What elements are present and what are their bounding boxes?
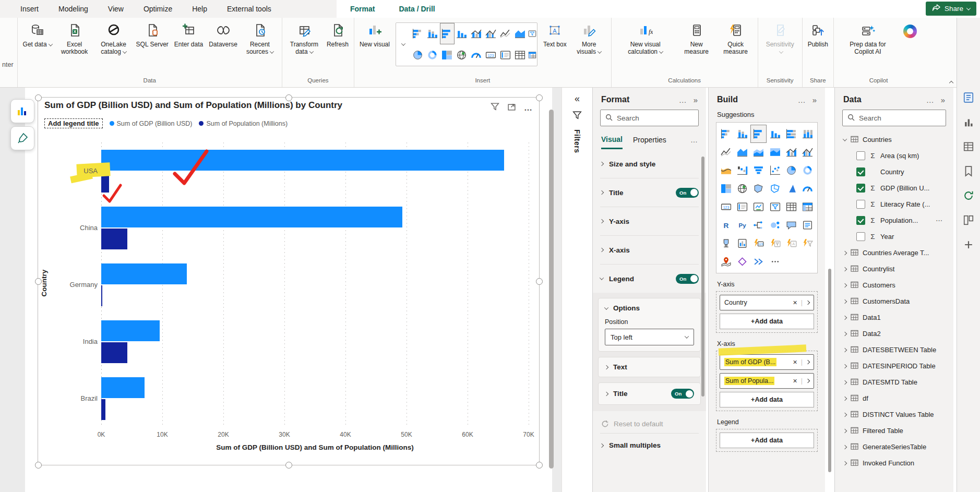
legend-position-dropdown[interactable]: Top left [605,329,694,345]
suggestion-matrix[interactable] [799,198,816,216]
field-row-country[interactable]: Country [842,164,946,180]
tab-data-drill[interactable]: Data / Drill [387,5,447,13]
format-section-small-multiples[interactable]: Small multiples [600,433,699,449]
suggestion-lightning-text[interactable]: A [783,234,799,253]
ribbon-button-new-visual-calculation[interactable]: fxNew visual calculation [614,21,677,57]
suggestion-donut-chart[interactable] [799,161,816,179]
gallery-donut-chart[interactable] [425,44,440,66]
legend-item-sum-of-population-millions[interactable]: Sum of Population (Millions) [199,120,288,127]
ribbon-button-text-box[interactable]: AText box [541,21,569,50]
legend-item-sum-of-gdp-billion-usd[interactable]: Sum of GDP (Billion USD) [110,120,193,127]
format-search-input[interactable]: Search [600,110,699,126]
menu-item-external-tools[interactable]: External tools [217,5,281,13]
legend-title-placeholder[interactable]: Add legend title [44,118,103,128]
ribbon-button-dataverse[interactable]: Dataverse [206,21,240,50]
remove-field-icon[interactable]: × [793,358,797,366]
more-options-icon[interactable]: … [679,95,687,104]
suggestion-decomposition-tree[interactable] [750,216,767,234]
suggestion-slicer[interactable] [767,198,783,216]
field-row-year[interactable]: ΣYear [842,229,946,245]
field-row-area-sq-km[interactable]: ΣArea (sq km) [842,148,946,164]
bar-chart-visual[interactable]: Sum of GDP (Billion USD) and Sum of Popu… [38,97,540,465]
ribbon-button-copilot-logo[interactable] [900,21,921,43]
gallery-area-chart[interactable] [513,23,528,44]
suggestion-r-script-visual[interactable]: R [718,216,734,234]
suggestion-gauge[interactable] [799,179,816,198]
suggestion-line-and-clustered-column-chart[interactable] [799,143,816,161]
gallery-map[interactable] [455,44,469,66]
chevron-right-icon[interactable] [843,250,847,255]
selection-handle[interactable] [35,462,42,469]
ribbon-button-excel-workbook[interactable]: XExcel workbook [55,21,94,57]
chevron-right-icon[interactable] [843,267,847,271]
table-row-datesbetween-table[interactable]: DATESBETWEEN Table [842,342,946,358]
gallery-line-chart[interactable] [498,23,513,44]
field-row-literacy-rate[interactable]: ΣLiteracy Rate (... [842,196,946,212]
well-pill-sum-of-gdp-b[interactable]: Sum of GDP (B...×| [720,354,814,370]
menu-item-view[interactable]: View [98,5,134,13]
filter-icon[interactable] [491,102,499,113]
more-options-icon[interactable]: … [690,136,698,148]
tab-format[interactable]: Format [338,5,387,13]
chevron-right-icon[interactable] [843,461,847,465]
table-row-countries-average-t[interactable]: Countries Average T... [842,245,946,261]
toggle-on[interactable]: On [671,389,694,399]
chevron-right-icon[interactable] [843,396,847,400]
table-row-datesmtd-table[interactable]: DATESMTD Table [842,374,946,390]
canvas-scrollbar[interactable] [549,110,554,469]
field-checkbox[interactable] [856,216,865,225]
menu-item-insert[interactable]: Insert [10,5,49,13]
table-row-datesinperiod-table[interactable]: DATESINPERIOD Table [842,358,946,374]
format-section-title[interactable]: TitleOn [600,178,699,207]
on-object-format-button[interactable] [10,126,34,150]
table-row-customersdata[interactable]: CustomersData [842,293,946,309]
suggestion-card[interactable]: 123 [718,198,734,216]
suggestion-paginated-arrows[interactable] [750,253,767,271]
menu-item-help[interactable]: Help [182,5,217,13]
suggestion-100-stacked-bar-chart[interactable] [783,125,799,143]
chevron-right-icon[interactable] [843,412,847,416]
sync-icon[interactable] [962,189,975,202]
bar-china-population[interactable] [101,229,127,249]
data-search-input[interactable]: Search [842,110,946,126]
gallery-line-and-clustered-column-chart[interactable] [484,23,498,44]
bar-usa-gdp[interactable] [101,150,504,171]
bar-india-population[interactable] [101,342,127,363]
gallery-stacked-column-chart[interactable] [425,23,440,44]
filters-pane-label[interactable]: Filters [573,129,581,153]
suggestion-line-chart[interactable] [718,143,734,161]
gallery-line-and-stacked-column-chart[interactable] [469,23,484,44]
selection-handle[interactable] [35,278,42,285]
chevron-down-icon[interactable] [843,137,847,141]
tab-visual[interactable]: Visual [601,135,623,149]
ribbon-button-sensitivity[interactable]: Sensitivity [761,21,799,57]
suggestion-stacked-bar-chart[interactable] [718,125,734,143]
focus-mode-icon[interactable] [507,102,516,113]
suggestion-scatter-chart[interactable] [767,161,783,179]
data-grid-icon[interactable] [962,140,975,153]
bar-germany-gdp[interactable] [101,263,187,284]
ribbon-button-transform-data[interactable]: Transform data [285,21,324,57]
selection-handle[interactable] [536,278,543,285]
reset-to-default-button[interactable]: Reset to default [600,411,699,433]
field-checkbox[interactable] [856,184,865,193]
well-pill-sum-of-popula[interactable]: Sum of Popula...×| [720,373,814,389]
suggestion-shape-map[interactable] [767,179,783,198]
suggestion-quick-measure-lightning[interactable]: 123 [750,234,767,253]
gallery-treemap[interactable] [440,44,455,66]
suggestion-area-chart[interactable] [734,143,750,161]
bar-brazil-population[interactable] [101,399,105,420]
suggestion-paginated-report[interactable] [734,234,750,253]
suggestion-more-visual-types[interactable] [767,253,783,271]
table-row-df[interactable]: df [842,390,946,406]
format-section-x-axis[interactable]: X-axis [600,235,699,264]
table-row-invoked-function[interactable]: Invoked Function [842,455,946,471]
suggestion-pie-chart[interactable] [783,161,799,179]
ribbon-button-new-visual[interactable]: New visual [357,21,392,50]
add-data-button-legend[interactable]: +Add data [720,433,814,448]
suggestion-arcgis-map[interactable] [718,253,734,271]
suggestion-multi-row-card[interactable] [734,198,750,216]
suggestion-100-stacked-column-chart[interactable] [799,125,816,143]
more-options-icon[interactable]: … [524,103,533,113]
add-data-button-x-axis[interactable]: +Add data [720,392,814,407]
